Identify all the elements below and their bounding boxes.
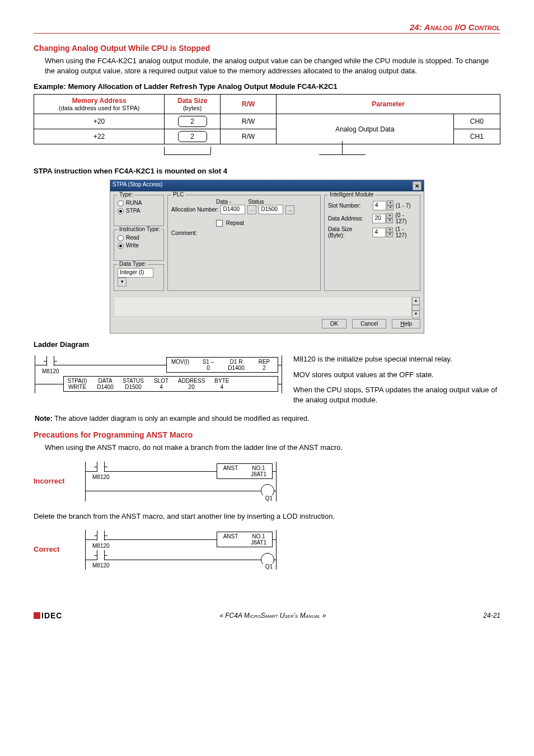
radio-read[interactable]: Read — [118, 234, 160, 241]
precautions-para: When using the ANST macro, do not make a… — [45, 443, 500, 453]
section-para-changing: When using the FC4A-K2C1 analog output m… — [45, 56, 500, 76]
alloc-label: Allocation Number: — [171, 206, 218, 213]
dtype-group-label: Data Type: — [118, 261, 148, 267]
note-label: Note: — [35, 415, 53, 422]
slot-label: Slot Number: — [328, 203, 371, 209]
alloc-browse-button[interactable]: ... — [247, 205, 256, 214]
spinner-down-icon[interactable]: ▾ — [387, 205, 394, 210]
note: Note: The above ladder diagram is only a… — [35, 415, 500, 422]
dtype-select[interactable]: Integer (I) — [118, 268, 153, 278]
daddr-label: Data Address: — [328, 215, 370, 222]
plc-group-label: PLC — [171, 191, 185, 198]
slot-input[interactable]: 4 — [373, 201, 386, 210]
anst-instruction: ANST NO.1J8AT1 — [217, 532, 273, 547]
ladder-incorrect: M8120 ANST NO.1J8AT1 Q1 — [85, 462, 277, 501]
alloc-input[interactable]: D1400 — [221, 205, 245, 214]
contact-icon — [97, 462, 105, 472]
precautions-heading: Precautions for Programming ANST Macro — [34, 430, 500, 439]
mem-h4: Parameter — [277, 95, 500, 114]
stpa-dialog: STPA (Stop Access) ✕ Type: RUNA STPA Ins… — [110, 180, 424, 334]
chevron-down-icon[interactable]: ▾ — [118, 278, 127, 287]
mem-addr-0: +20 — [34, 114, 165, 129]
scroll-down-icon[interactable]: ▾ — [412, 311, 420, 318]
logo-square-icon — [34, 612, 40, 619]
connector-visual — [34, 147, 500, 160]
side-p1: M8120 is the initialize pulse special in… — [293, 354, 500, 364]
contact-label: M8120 — [92, 474, 110, 480]
ladder-correct: M8120 ANST NO.1J8AT1 M8120 Q1 — [85, 530, 277, 570]
ok-button[interactable]: OK — [322, 319, 346, 328]
spinner-down-icon[interactable]: ▾ — [386, 218, 393, 223]
mem-h2b: (bytes) — [169, 105, 216, 111]
status-input[interactable]: D1500 — [259, 205, 283, 214]
stpa-heading: STPA instruction when FC4A-K2C1 is mount… — [34, 167, 500, 175]
mem-param: Analog Output Data — [277, 114, 454, 144]
contact-label: M8120 — [42, 368, 59, 374]
ladder-heading: Ladder Diagram — [34, 340, 500, 349]
type-group-label: Type: — [118, 191, 134, 198]
contact-icon — [97, 530, 105, 541]
page-number: 24-21 — [483, 612, 500, 619]
incorrect-label: Incorrect — [34, 477, 78, 485]
mem-h1: Memory Address — [72, 97, 127, 105]
data-label: Data - — [216, 199, 231, 205]
radio-write[interactable]: Write — [118, 242, 160, 249]
dsize-label: Data Size (Byte): — [328, 226, 370, 238]
daddr-input[interactable]: 20 — [372, 214, 386, 223]
note-text: The above ladder diagram is only an exam… — [54, 415, 309, 422]
delete-para: Delete the branch from the ANST macro, a… — [34, 511, 500, 522]
close-icon[interactable]: ✕ — [413, 181, 421, 190]
mem-ch-0: CH0 — [453, 114, 500, 129]
mem-ch-1: CH1 — [453, 129, 500, 144]
spinner-down-icon[interactable]: ▾ — [386, 232, 393, 237]
status-label: Status — [248, 199, 264, 205]
idec-logo: IDEC — [34, 611, 62, 620]
mem-size-1: 2 — [178, 131, 207, 142]
ladder-diagram-1: M8120 MOV(I) S1 –0 D1 RD1400 REP2 STPA(I… — [35, 355, 282, 393]
logo-text: IDEC — [41, 611, 62, 620]
radio-runa[interactable]: RUNA — [118, 200, 160, 206]
mem-h3: R/W — [221, 95, 277, 114]
dsize-range: (1 - 127) — [395, 226, 416, 238]
scroll-up-icon[interactable]: ▴ — [412, 297, 420, 305]
dialog-list-area: ▴▾ — [114, 297, 420, 317]
mem-addr-1: +22 — [34, 129, 165, 144]
anst-instruction: ANST NO.1J8AT1 — [217, 463, 273, 479]
coil-label: Q1 — [263, 564, 273, 570]
mem-rw-1: R/W — [221, 129, 277, 144]
contact-label: M8120 — [92, 562, 110, 569]
coil-label: Q1 — [263, 495, 273, 501]
section-heading-changing: Changing Analog Output While CPU is Stop… — [34, 44, 500, 53]
example-heading: Example: Memory Allocation of Ladder Ref… — [34, 82, 500, 91]
cancel-button[interactable]: Cancel — [352, 319, 386, 328]
chapter-title: Analog I/O Control — [424, 22, 500, 32]
footer-center: « FC4A MicroSmart User's Manual » — [219, 612, 326, 619]
chapter-header: 24: Analog I/O Control — [34, 22, 500, 34]
status-browse-button[interactable]: ... — [285, 205, 294, 214]
itype-group-label: Instruction Type: — [118, 226, 162, 232]
help-button[interactable]: Help — [392, 319, 420, 328]
spinner-up-icon[interactable]: ▴ — [387, 200, 394, 205]
memory-table: Memory Address (data address used for ST… — [34, 94, 500, 144]
repeat-checkbox[interactable] — [216, 220, 223, 227]
contact-icon — [46, 356, 54, 366]
stpa-instruction: STPA(I)WRITE DATAD1400 STATUSD1500 SLOT4… — [63, 376, 278, 392]
mov-instruction: MOV(I) S1 –0 D1 RD1400 REP2 — [166, 357, 278, 373]
spinner-up-icon[interactable]: ▴ — [386, 227, 393, 232]
radio-stpa[interactable]: STPA — [118, 208, 160, 214]
dialog-title: STPA (Stop Access) — [113, 181, 162, 190]
spinner-up-icon[interactable]: ▴ — [386, 213, 393, 218]
mem-rw-0: R/W — [221, 114, 277, 129]
contact-icon — [97, 550, 105, 560]
side-p2: MOV stores output values at the OFF stat… — [293, 370, 500, 380]
mem-h2: Data Size — [177, 97, 207, 105]
daddr-range: (0 - 127) — [395, 212, 416, 224]
mem-h1b: (data address used for STPA) — [39, 105, 160, 111]
slot-range: (1 - 7) — [396, 203, 411, 209]
im-group-label: Intelligent Module — [328, 191, 375, 198]
correct-label: Correct — [34, 545, 78, 553]
contact-label: M8120 — [92, 543, 110, 549]
chapter-number: 24: — [410, 22, 422, 32]
dsize-input[interactable]: 4 — [372, 228, 386, 237]
mem-size-0: 2 — [178, 116, 207, 127]
